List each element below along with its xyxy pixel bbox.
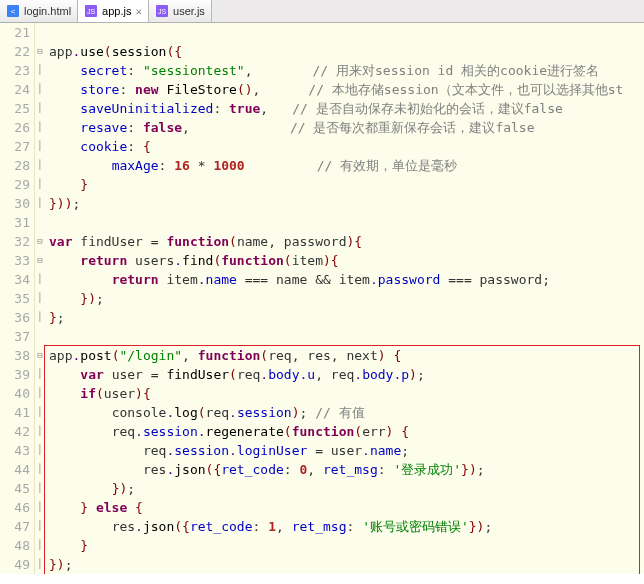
html-file-icon: <: [6, 4, 20, 18]
tab-user-js[interactable]: JS user.js: [149, 0, 212, 22]
tab-label: login.html: [24, 5, 71, 17]
code-area[interactable]: app.use(session({ secret: "sessiontest",…: [45, 23, 644, 574]
code-editor: < login.html JS app.js ✕ JS user.js 2122…: [0, 0, 644, 574]
svg-text:JS: JS: [87, 8, 96, 15]
line-gutter: 2122232425262728293031323334353637383940…: [0, 23, 35, 574]
tab-label: user.js: [173, 5, 205, 17]
fold-column: ⊟││││││││⊟⊟│││⊟│││││││││││: [35, 23, 45, 574]
editor-body: 2122232425262728293031323334353637383940…: [0, 23, 644, 574]
tab-app-js[interactable]: JS app.js ✕: [78, 0, 149, 22]
tab-bar: < login.html JS app.js ✕ JS user.js: [0, 0, 644, 23]
svg-text:<: <: [11, 7, 16, 16]
close-icon[interactable]: ✕: [135, 5, 142, 18]
svg-text:JS: JS: [158, 8, 167, 15]
tab-login-html[interactable]: < login.html: [0, 0, 78, 22]
js-file-icon: JS: [155, 4, 169, 18]
tab-label: app.js: [102, 5, 131, 17]
js-file-icon: JS: [84, 4, 98, 18]
